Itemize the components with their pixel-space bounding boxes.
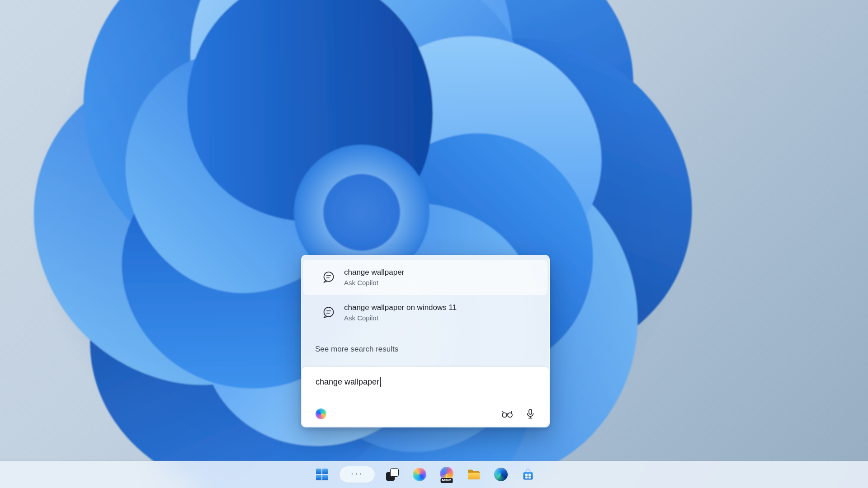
text-caret	[380, 377, 381, 387]
copilot-icon	[413, 468, 426, 481]
suggestion-list: change wallpaper Ask Copilot change wall…	[302, 260, 549, 330]
voice-search-button[interactable]	[525, 408, 535, 419]
file-explorer-button[interactable]	[464, 465, 484, 484]
binoculars-icon	[501, 409, 514, 419]
suggestion-title: change wallpaper on windows 11	[344, 303, 457, 312]
search-web-button[interactable]	[501, 409, 514, 419]
desktop: change wallpaper Ask Copilot change wall…	[0, 0, 868, 488]
suggestion-item-1[interactable]: change wallpaper Ask Copilot	[303, 260, 547, 295]
edge-button[interactable]	[491, 465, 511, 484]
ask-copilot-chat-icon	[321, 305, 336, 320]
m365-copilot-icon: M365	[439, 467, 454, 482]
suggestion-text: change wallpaper on windows 11 Ask Copil…	[344, 303, 457, 322]
search-input-value: change wallpaper	[316, 377, 379, 387]
microsoft-store-button[interactable]	[518, 465, 538, 484]
suggestion-subtitle: Ask Copilot	[344, 314, 457, 322]
search-flyout: change wallpaper Ask Copilot change wall…	[301, 255, 550, 427]
input-icon-row	[316, 408, 535, 419]
copilot-taskbar-button[interactable]	[410, 465, 429, 484]
ask-copilot-chat-icon	[321, 270, 336, 285]
search-input-card[interactable]: change wallpaper	[302, 366, 549, 427]
copilot-button[interactable]	[316, 408, 326, 419]
m365-badge: M365	[441, 478, 453, 483]
suggestion-text: change wallpaper Ask Copilot	[344, 268, 404, 286]
microsoft-store-bag-icon	[521, 468, 535, 481]
edge-browser-icon	[494, 468, 508, 481]
taskbar-search-pill[interactable]: ···	[339, 466, 375, 483]
task-view-button[interactable]	[382, 465, 402, 484]
suggestion-title: change wallpaper	[344, 268, 404, 277]
microphone-icon	[525, 408, 535, 419]
suggestion-item-2[interactable]: change wallpaper on windows 11 Ask Copil…	[302, 295, 549, 330]
task-view-icon	[386, 468, 399, 481]
input-right-icons	[501, 408, 535, 419]
file-explorer-folder-icon	[467, 468, 481, 481]
taskbar-icon-group: ··· M365	[312, 465, 538, 484]
windows-logo-icon	[315, 468, 329, 481]
m365-copilot-button[interactable]: M365	[437, 465, 457, 484]
see-more-search-results-link[interactable]: See more search results	[315, 345, 398, 354]
search-input[interactable]: change wallpaper	[302, 367, 549, 387]
task-view-front-square	[390, 468, 399, 477]
copilot-icon	[316, 408, 326, 419]
suggestion-subtitle: Ask Copilot	[344, 279, 404, 287]
taskbar: ··· M365	[0, 461, 868, 488]
start-button[interactable]	[312, 465, 332, 484]
